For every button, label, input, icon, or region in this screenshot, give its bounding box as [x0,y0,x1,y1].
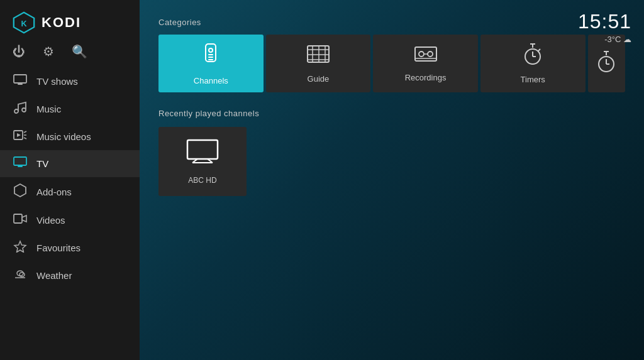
channel-abc-hd[interactable]: ABC HD [158,127,247,196]
music-icon [13,101,28,117]
sidebar-item-addons[interactable]: Add-ons [0,177,140,207]
sidebar-item-favourites[interactable]: Favourites [0,234,140,262]
app-title: KODI [42,14,81,31]
nav-menu: TV shows Music M [0,68,140,354]
svg-point-33 [419,52,424,57]
videos-icon [13,213,28,227]
svg-rect-48 [187,140,218,159]
sidebar-item-videos[interactable]: Videos [0,207,140,234]
recently-label: Recently played channels [158,109,625,118]
category-recordings[interactable]: Recordings [373,35,478,92]
channel-abc-hd-icon [186,139,219,170]
logo-area: K KODI [0,0,140,40]
time-display: 15:51 -3°C ☁ [578,10,631,44]
svg-marker-15 [22,215,26,222]
sidebar-item-weather-label: Weather [36,270,72,281]
recordings-label: Recordings [405,73,447,82]
svg-line-10 [24,138,26,139]
sidebar-item-weather[interactable]: Weather [0,262,140,289]
channel-abc-hd-label: ABC HD [188,176,216,185]
tv-icon [13,156,28,171]
sidebar-item-tv-label: TV [36,158,48,169]
weather-status: -3°C ☁ [578,35,631,44]
timers-icon [523,43,543,70]
categories-row: Channels Guide [158,35,625,92]
category-channels[interactable]: Channels [158,35,264,92]
categories-label: Categories [158,18,625,27]
channels-icon [198,41,223,71]
addons-icon [13,183,28,200]
svg-marker-7 [17,133,21,137]
svg-marker-13 [14,184,26,197]
top-icons-bar: ⏻ ⚙ 🔍 [0,40,140,68]
favourites-icon [13,240,28,256]
kodi-logo-icon: K [13,11,35,34]
recordings-icon [414,45,438,68]
svg-line-42 [538,49,540,52]
clock: 15:51 [578,10,631,33]
sidebar-item-tv-shows-label: TV shows [36,76,78,87]
svg-point-34 [428,52,433,57]
svg-line-8 [24,131,26,133]
main-content: 15:51 -3°C ☁ Categories Channels [140,0,644,360]
svg-rect-12 [18,166,23,167]
sidebar-item-music-videos[interactable]: Music videos [0,123,140,150]
recently-played-row: ABC HD [158,127,625,196]
svg-text:K: K [21,19,26,28]
svg-point-21 [209,48,213,52]
svg-point-18 [19,273,25,277]
sidebar-item-videos-label: Videos [36,215,65,226]
power-icon[interactable]: ⏻ [13,45,25,59]
sidebar-item-tv[interactable]: TV [0,150,140,177]
music-videos-icon [13,129,28,144]
sidebar-item-favourites-label: Favourites [36,243,80,253]
svg-rect-23 [208,57,213,58]
guide-icon [306,43,330,69]
guide-label: Guide [308,74,330,84]
category-timers[interactable]: Timers [480,35,586,92]
sidebar-item-tv-shows[interactable]: TV shows [0,68,140,95]
sidebar-item-music[interactable]: Music [0,95,140,123]
svg-rect-24 [208,59,213,60]
svg-rect-11 [14,157,26,165]
svg-rect-22 [208,54,213,55]
settings-icon[interactable]: ⚙ [43,44,54,59]
svg-marker-16 [14,241,26,253]
svg-point-5 [22,108,26,112]
svg-rect-2 [14,75,26,83]
timers2-icon [596,50,616,77]
category-guide[interactable]: Guide [266,35,371,92]
sidebar-item-music-videos-label: Music videos [36,131,91,142]
tv-shows-icon [13,74,28,89]
svg-rect-3 [18,84,23,85]
timers-label: Timers [521,75,545,84]
weather-icon [13,268,28,283]
search-icon[interactable]: 🔍 [72,44,87,59]
svg-rect-14 [14,214,22,223]
sidebar-item-music-label: Music [36,104,61,114]
channels-label: Channels [194,76,228,85]
sidebar-item-addons-label: Add-ons [36,187,72,197]
sidebar: K KODI ⏻ ⚙ 🔍 TV shows [0,0,140,360]
